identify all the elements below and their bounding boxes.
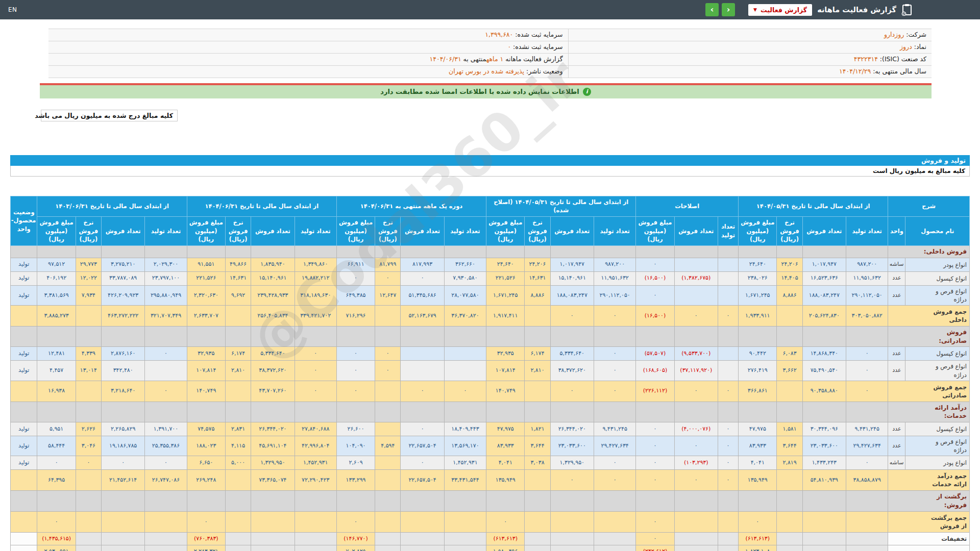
value-cell (251, 512, 295, 533)
value-cell: ۰ (718, 422, 738, 436)
next-report-button[interactable]: › (705, 3, 719, 16)
value-cell: ۱۳۳,۲۹۹ (336, 470, 375, 491)
table-row: تخفیفات(۶۱۳,۶۱۳)۰(۶۱۳,۶۱۳)(۱۴۶,۷۷۰)(۷۶۰,… (11, 533, 970, 545)
value-cell: ۳,۶۴۴ (525, 436, 550, 456)
value-cell (226, 305, 251, 326)
value-cell: ۲,۵۳۰,۹۹۱ (37, 545, 76, 551)
value-cell: ۸۳,۹۳۳ (486, 436, 525, 456)
value-cell: ۲۸,۰۷۷,۵۸۰ (444, 285, 486, 305)
value-cell: ۲۶,۶۰۰ (336, 422, 375, 436)
info-value-link[interactable]: دروز (900, 43, 912, 51)
value-cell: ۰ (636, 422, 674, 436)
value-cell: ۱۲,۰۲۲ (76, 271, 101, 285)
value-cell: ۳,۰۴۶ (76, 436, 101, 456)
product-name-cell: انواع پودر (905, 258, 970, 271)
value-cell: ۰ (336, 271, 375, 285)
value-cell: ۹۷,۵۱۲ (37, 258, 76, 271)
info-value-link[interactable]: روزدارو (884, 31, 904, 38)
info-value: ۱ ماهه (486, 55, 504, 63)
value-cell (718, 258, 738, 271)
value-cell (101, 326, 144, 347)
table-row: جمع۱,۸۲۳,۱۰۸(۲۴۲,۶۱۲)۱,۵۸۰,۴۹۶۷۰۲,۸۲۵۲,۲… (11, 545, 970, 551)
value-cell: ۰ (674, 436, 718, 456)
value-cell: ۳۱۸,۱۸۹,۶۳۰ (295, 285, 336, 305)
value-cell (295, 491, 336, 512)
value-cell: ۰ (636, 512, 674, 533)
value-cell: ۹۸۷,۲۰۰ (594, 258, 635, 271)
language-toggle-en[interactable]: EN (8, 6, 17, 13)
value-cell (76, 245, 101, 258)
value-cell (777, 305, 802, 326)
value-cell: ۳۰,۳۴۴,۰۹۶ (802, 422, 846, 436)
clipboard-report-icon (901, 4, 913, 16)
value-cell: ۱۸۸,۰۲۳ (187, 436, 225, 456)
value-cell (444, 361, 486, 381)
section-header-production-sales: تولید و فروش (10, 155, 970, 166)
value-cell: (۹,۵۳۳,۷۰۰) (674, 347, 718, 361)
value-cell (718, 545, 738, 551)
value-cell (777, 381, 802, 402)
value-cell: ۰ (375, 347, 401, 361)
value-cell: ۲,۳۲۰,۶۳۰ (187, 285, 225, 305)
product-name-cell: انواع کپسول (905, 347, 970, 361)
info-label: گزارش فعالیت ماهانه (503, 55, 562, 63)
value-cell (37, 245, 76, 258)
info-cell: گزارش فعالیت ماهانه ۱ ماههمنتهی به ۱۴۰۴/… (48, 54, 568, 65)
table-row: انواع قرص و دراژهعدد۰۷۵,۴۹۰,۵۴۰۳,۶۶۲۲۷۶,… (11, 361, 970, 381)
column-header-qty-sold: تعداد فروش (401, 216, 444, 245)
value-cell (674, 491, 718, 512)
value-cell: ۱,۳۴۹,۸۶۰ (295, 258, 336, 271)
value-cell (336, 491, 375, 512)
info-label: منتهی به (461, 55, 486, 63)
column-header-sale-rate: نرخ فروش (ریال) (76, 216, 101, 245)
value-cell (37, 326, 76, 347)
value-cell: ۵,۰۰۰ (226, 456, 251, 470)
value-cell: ۰ (594, 381, 635, 402)
product-name-cell: فروش صادراتی: (888, 326, 970, 347)
value-cell: ۰ (718, 470, 738, 491)
value-cell: ۵,۳۳۴,۶۴۰ (550, 347, 594, 361)
value-cell: ۳۳,۷۸۷,۰۸۹ (101, 271, 144, 285)
value-cell: ۵۴,۸۱۰,۹۳۹ (802, 470, 846, 491)
previous-report-button[interactable]: ‹ (722, 3, 735, 16)
value-cell (718, 285, 738, 305)
report-type-dropdown[interactable]: گزارش فعالیت ▼ (748, 4, 812, 16)
column-header-qty-produced: تعداد تولید (718, 216, 738, 245)
info-value: ۱۴۰۴/۰۶/۳۱ (430, 55, 461, 63)
company-info-panel: شرکت: روزداروسرمایه ثبت شده: ۱,۳۹۹,۶۸۰نم… (48, 29, 932, 78)
value-cell: ۱۱,۹۵۱,۶۳۲ (846, 271, 888, 285)
value-cell (636, 402, 674, 422)
value-cell: ۱,۴۵۲,۹۳۱ (295, 456, 336, 470)
info-cell: سرمایه ثبت شده: ۱,۳۹۹,۶۸۰ (48, 29, 568, 41)
table-row: انواع پودرساشه۰۱,۴۳۳,۲۴۳۲,۸۱۹۴,۰۴۱۰(۱۰۳,… (11, 456, 970, 470)
value-cell: ۰ (718, 456, 738, 470)
value-cell: ۱,۸۳۵,۹۴۰ (251, 258, 295, 271)
value-cell (295, 326, 336, 347)
value-cell: ۳,۶۶۲ (777, 361, 802, 381)
value-cell: ۲۳,۷۹۷,۱۰۰ (145, 271, 187, 285)
value-cell: ۰ (594, 361, 635, 381)
value-cell: ۰ (375, 271, 401, 285)
value-cell: (۲۴۲,۶۱۲) (636, 545, 674, 551)
value-cell (674, 533, 718, 545)
status-cell: تولید (11, 258, 37, 271)
value-cell: ۰ (594, 470, 635, 491)
value-cell (636, 245, 674, 258)
value-cell: ۰ (594, 305, 635, 326)
info-label: شرکت: (904, 31, 926, 38)
value-cell: ۰ (674, 305, 718, 326)
value-cell: ۰ (401, 456, 444, 470)
value-cell: ۲۳۹,۴۲۸,۹۳۳ (251, 285, 295, 305)
group-header-period: از ابتدای سال مالی تا تاریخ ۱۴۰۳/۰۶/۳۱ (37, 196, 187, 216)
value-cell: ۴,۵۹۴ (375, 436, 401, 456)
value-cell (718, 361, 738, 381)
value-cell: ۲۹,۷۷۳ (76, 258, 101, 271)
value-cell: ۰ (295, 361, 336, 381)
column-header-qty-sold: تعداد فروش (674, 216, 718, 245)
value-cell (145, 361, 187, 381)
unit-cell: عدد (888, 361, 905, 381)
value-cell: ۹,۴۳۱,۲۴۵ (594, 422, 635, 436)
value-cell: ۷۵,۴۹۰,۵۴۰ (802, 361, 846, 381)
value-cell (251, 491, 295, 512)
value-cell: ۱,۸۲۱ (525, 422, 550, 436)
